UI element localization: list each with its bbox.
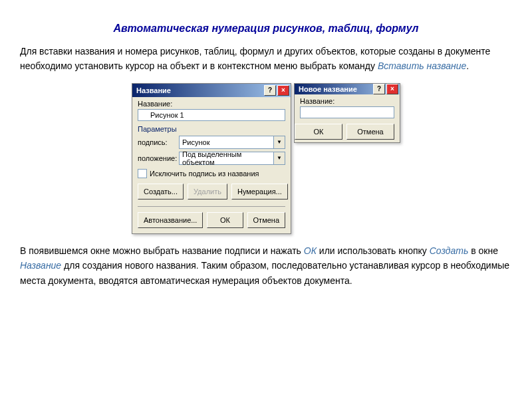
dialogs-container: Название ? × Название: Рисунок 1 Парамет…: [20, 83, 512, 234]
new-name-dialog: Новое название ? × Название: ОК Отмена: [294, 83, 400, 143]
exclude-label: Исключить подпись из названия: [150, 170, 259, 178]
caption-combo-value: Рисунок: [182, 138, 273, 146]
caption-label: подпись:: [138, 138, 175, 146]
help-icon[interactable]: ?: [373, 84, 385, 94]
new-name-buttons: ОК Отмена: [300, 124, 394, 140]
ok-button[interactable]: ОК: [207, 212, 243, 228]
delete-button: Удалить: [188, 184, 227, 200]
outro-text-2: или использовать кнопку: [317, 245, 430, 256]
close-icon[interactable]: ×: [277, 85, 289, 96]
close-icon[interactable]: ×: [386, 84, 398, 94]
outro-text-4: для создания нового названия. Таким обра…: [20, 260, 509, 285]
params-link[interactable]: Параметры: [138, 125, 285, 133]
help-icon[interactable]: ?: [264, 85, 276, 96]
caption-dialog: Название ? × Название: Рисунок 1 Парамет…: [132, 83, 291, 234]
page-title: Автоматическая нумерация рисунков, табли…: [20, 23, 512, 35]
caption-dialog-title: Название: [136, 86, 263, 94]
name-label: Название:: [138, 100, 285, 108]
name-input-value: Рисунок 1: [150, 111, 184, 119]
new-name-input[interactable]: [300, 106, 394, 118]
exclude-row: Исключить подпись из названия: [138, 169, 285, 178]
caption-combo[interactable]: Рисунок ▼: [179, 136, 285, 149]
ok-button[interactable]: ОК: [295, 124, 342, 140]
caption-dialog-titlebar[interactable]: Название ? ×: [132, 84, 291, 97]
cancel-button[interactable]: Отмена: [346, 124, 394, 140]
intro-text-2: .: [466, 61, 469, 71]
buttons-row-1: Создать... Удалить Нумерация...: [138, 184, 285, 200]
chevron-down-icon[interactable]: ▼: [273, 152, 285, 164]
numbering-button[interactable]: Нумерация...: [231, 184, 288, 200]
caption-row: подпись: Рисунок ▼: [138, 136, 285, 149]
buttons-row-2: Автоназвание... ОК Отмена: [138, 206, 285, 228]
autoname-button[interactable]: Автоназвание...: [138, 212, 203, 228]
position-label: положение:: [138, 154, 175, 162]
position-row: положение: Под выделенным объектом ▼: [138, 152, 285, 165]
outro-paragraph: В появившемся окне можно выбрать названи…: [20, 243, 512, 288]
new-name-label: Название:: [300, 97, 394, 105]
outro-text-3: в окне: [468, 245, 498, 256]
intro-paragraph: Для вставки названия и номера рисунков, …: [20, 44, 512, 74]
position-combo-value: Под выделенным объектом: [182, 150, 273, 166]
position-combo[interactable]: Под выделенным объектом ▼: [179, 152, 285, 165]
outro-em-caption: Название: [20, 260, 61, 271]
outro-em-create: Создать: [430, 245, 469, 256]
new-name-title: Новое название: [299, 85, 372, 93]
exclude-checkbox[interactable]: [138, 169, 147, 178]
outro-text-1: В появившемся окне можно выбрать названи…: [20, 245, 304, 256]
create-button[interactable]: Создать...: [138, 184, 184, 200]
intro-em-1: Вставить название: [378, 61, 466, 71]
chevron-down-icon[interactable]: ▼: [273, 136, 285, 148]
cancel-button[interactable]: Отмена: [247, 212, 285, 228]
name-input[interactable]: Рисунок 1: [138, 109, 285, 121]
new-name-titlebar[interactable]: Новое название ? ×: [295, 84, 400, 94]
outro-em-ok: ОК: [304, 245, 317, 256]
